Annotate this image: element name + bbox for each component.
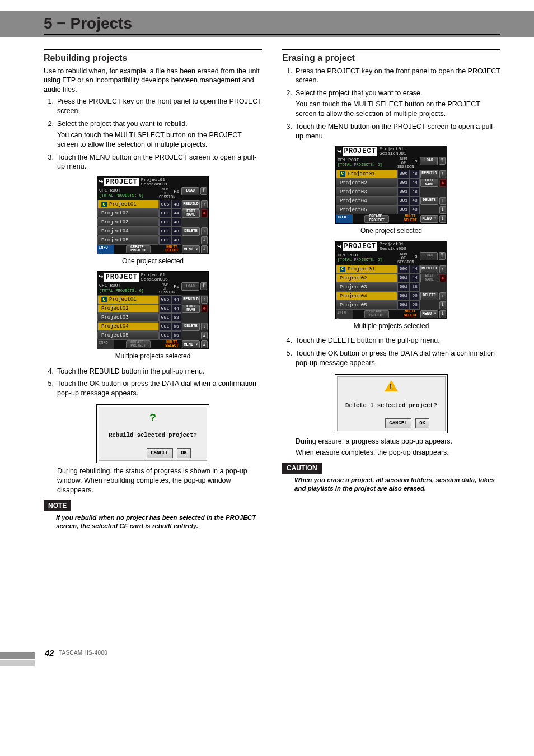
scroll-bottom-icon[interactable]: ⤓ (201, 332, 208, 339)
dialog-msg: Delete 1 selected project? (340, 402, 443, 409)
scroll-top-icon[interactable]: ⤒ (439, 252, 446, 260)
project-row[interactable]: Project01 (336, 170, 397, 179)
info-button[interactable]: INFO… (336, 214, 353, 223)
rebuild-button[interactable]: REBUILD (420, 265, 438, 273)
scroll-up-icon[interactable]: ↑ (201, 296, 208, 304)
delete-button[interactable]: DELETE (182, 227, 200, 236)
project-row[interactable]: Project05 (336, 206, 397, 214)
info-button[interactable]: INFO… (336, 310, 353, 319)
delete-button[interactable]: DELETE (420, 197, 438, 205)
create-project-button[interactable]: CREATE PROJECT (126, 245, 151, 253)
edit-name-button[interactable]: EDIT NAME (420, 179, 438, 187)
multi-select-button[interactable]: MULTI SELECT (401, 310, 420, 319)
scroll-down-icon[interactable]: ↓ (439, 292, 446, 300)
scroll-bottom-icon[interactable]: ⤓ (439, 310, 446, 318)
row-num: 006 (397, 170, 410, 179)
ok-button[interactable]: OK (415, 418, 429, 428)
scroll-bottom-icon[interactable]: ⤓ (201, 340, 208, 348)
heading-erasing: Erasing a project (282, 52, 500, 64)
scroll-down-icon[interactable]: ↓ (439, 197, 446, 205)
edit-name-button[interactable]: EDIT NAME (182, 209, 200, 218)
scroll-bottom-icon[interactable]: ⤓ (439, 206, 446, 214)
info-button[interactable]: INFO… (97, 245, 114, 254)
project-screen-fig-4: ↪PROJECTProject01 Session006CF1 ROOT[TOT… (335, 241, 447, 319)
edit-name-button[interactable]: EDIT NAME (182, 305, 200, 313)
edit-name-button[interactable]: EDIT NAME (420, 274, 438, 282)
info-button[interactable]: INFO… (97, 340, 114, 349)
project-row[interactable]: Project02 (97, 304, 159, 313)
rebuild-button[interactable]: REBUILD (420, 170, 438, 178)
rebuild-button[interactable]: REBUILD (182, 200, 200, 209)
project-row[interactable]: Project05 (97, 236, 159, 245)
caution-body: When you erase a project, all session fo… (294, 476, 500, 493)
step-number: 5. (282, 349, 292, 370)
step-body: Press the PROJECT key on the front panel… (296, 67, 500, 87)
project-row[interactable]: Project01 (97, 295, 159, 304)
project-row[interactable]: Project03 (336, 188, 397, 197)
note-label: NOTE (44, 500, 71, 511)
scroll-up-icon[interactable]: ↑ (201, 200, 208, 208)
project-row[interactable]: Project03 (97, 218, 159, 227)
scroll-thumb-icon[interactable]: ◆ (439, 179, 446, 187)
scroll-bottom-icon[interactable]: ⤓ (439, 301, 446, 309)
scroll-up-icon[interactable]: ↑ (439, 170, 446, 178)
scroll-thumb-icon[interactable]: ◆ (201, 209, 208, 217)
load-button[interactable]: LOAD (420, 252, 438, 260)
intro-rebuilding: Use to rebuild when, for example, a file… (44, 67, 262, 95)
menu-button[interactable]: MENU ▾ (420, 215, 438, 223)
create-project-button[interactable]: CREATE PROJECT (126, 340, 151, 348)
menu-button[interactable]: MENU ▾ (182, 340, 200, 348)
scroll-bottom-icon[interactable]: ⤓ (439, 215, 446, 223)
row-num: 001 (397, 179, 410, 188)
load-button[interactable]: LOAD (420, 157, 438, 165)
scroll-bottom-icon[interactable]: ⤓ (201, 236, 208, 244)
row-num: 001 (397, 283, 410, 292)
multi-select-button[interactable]: MULTI SELECT (401, 214, 420, 223)
project-row[interactable]: Project04 (97, 322, 159, 331)
load-button[interactable]: LOAD (181, 282, 199, 291)
multi-select-button[interactable]: MULTI SELECT (162, 340, 181, 349)
ok-button[interactable]: OK (177, 448, 191, 458)
project-row[interactable]: Project05 (336, 301, 397, 310)
scroll-down-icon[interactable]: ↓ (201, 227, 208, 235)
project-row[interactable]: Project02 (97, 209, 159, 218)
project-row[interactable]: Project02 (336, 274, 397, 283)
project-row[interactable]: Project04 (97, 227, 159, 236)
scroll-up-icon[interactable]: ↑ (439, 265, 446, 273)
cancel-button[interactable]: CANCEL (147, 448, 172, 458)
cancel-button[interactable]: CANCEL (385, 418, 411, 428)
project-row[interactable]: Project04 (336, 197, 397, 206)
scroll-thumb-icon[interactable]: ◆ (439, 274, 446, 282)
scroll-down-icon[interactable]: ↓ (201, 323, 208, 330)
rebuild-button[interactable]: REBUILD (182, 296, 200, 304)
scroll-top-icon[interactable]: ⤒ (200, 187, 207, 195)
create-project-button[interactable]: CREATE PROJECT (364, 310, 389, 318)
footer-stripe-1 (0, 652, 35, 659)
menu-button[interactable]: MENU ▾ (182, 245, 200, 253)
multi-select-button[interactable]: MULTI SELECT (162, 245, 181, 254)
row-fs: 48 (410, 170, 420, 179)
row-fs: 48 (171, 236, 181, 245)
after-dialog-right-2: When erasure completes, the pop-up disap… (296, 448, 500, 458)
project-row[interactable]: Project03 (336, 283, 397, 292)
step-number: 3. (282, 122, 292, 143)
row-fs: 48 (410, 188, 420, 197)
scroll-bottom-icon[interactable]: ⤓ (201, 245, 208, 253)
project-row[interactable]: Project05 (97, 331, 159, 340)
caption-right-1: One project selected (282, 226, 500, 235)
menu-button[interactable]: MENU ▾ (420, 310, 438, 318)
scroll-thumb-icon[interactable]: ◆ (201, 305, 208, 312)
project-row[interactable]: Project01 (97, 200, 159, 209)
project-row[interactable]: Project04 (336, 292, 397, 301)
load-button[interactable]: LOAD (181, 187, 199, 195)
project-screen-fig-1: ↪PROJECTProject01 Session001CF1 ROOT[TOT… (97, 176, 209, 254)
row-fs: 88 (410, 283, 420, 292)
delete-button[interactable]: DELETE (182, 323, 200, 331)
project-row[interactable]: Project01 (336, 265, 397, 274)
project-row[interactable]: Project03 (97, 313, 159, 322)
scroll-top-icon[interactable]: ⤒ (439, 157, 446, 165)
scroll-top-icon[interactable]: ⤒ (200, 282, 207, 290)
project-row[interactable]: Project02 (336, 179, 397, 188)
delete-button[interactable]: DELETE (420, 292, 438, 300)
create-project-button[interactable]: CREATE PROJECT (364, 215, 389, 223)
